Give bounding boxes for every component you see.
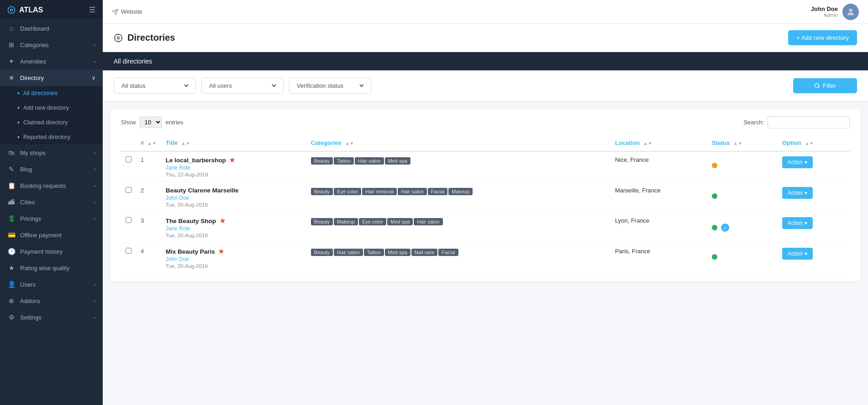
add-new-directory-button[interactable]: + Add new directory (788, 30, 857, 45)
entries-select[interactable]: 10 (140, 117, 162, 128)
action-button[interactable]: Action ▾ (782, 248, 813, 260)
status-filter[interactable]: All status (114, 78, 196, 94)
col-categories[interactable]: Categories ▲▼ (306, 135, 610, 151)
nav-item-settings[interactable]: ⚙ Settings › (0, 309, 103, 325)
action-button[interactable]: Action ▾ (782, 156, 813, 168)
sidebar-item-reported-directory[interactable]: Reported directory (0, 130, 103, 144)
sort-icons[interactable]: ▲▼ (805, 141, 814, 146)
verification-filter[interactable]: Verification status (289, 78, 371, 94)
chevron-right-icon: › (94, 42, 95, 48)
user-text: John Doe Admin (811, 5, 838, 18)
listing-owner: Jane Role (166, 225, 302, 232)
row-action-cell: Action ▾ (778, 182, 850, 213)
directory-icon: ≡ (7, 74, 16, 81)
category-tag: Eye color (334, 188, 361, 195)
nav-item-pricings[interactable]: 💲 Pricings › (0, 210, 103, 227)
status-select[interactable]: All status (120, 82, 190, 90)
chevron-down-icon: ∨ (92, 75, 95, 81)
website-link[interactable]: Website (112, 8, 142, 15)
category-tag: Facial (438, 249, 458, 256)
action-button[interactable]: Action ▾ (782, 217, 813, 229)
verification-select[interactable]: Verification status (295, 82, 365, 90)
listing-date: Tue, 20-Aug-2019 (166, 233, 302, 238)
category-tag: Beauty (311, 188, 333, 195)
table-head: # ▲▼ Title ▲▼ Categories ▲▼ Location (121, 135, 850, 151)
sort-icons[interactable]: ▲▼ (643, 141, 652, 146)
table-row: 3The Beauty Shop ★Jane RoleTue, 20-Aug-2… (121, 213, 850, 243)
table-controls: Show 10 entries Search: (121, 116, 850, 128)
sidebar-item-add-directory[interactable]: Add new directory (0, 101, 103, 115)
row-title-cell: Beauty Clarene MarseilleJohn DoeTue, 20-… (161, 182, 306, 213)
row-categories-cell: BeautyMakeupEye colorMed spaHair salon (306, 213, 610, 243)
sidebar: ATLAS ☰ ⌂ Dashboard ⊞ Categories › ✦ Ame… (0, 0, 103, 405)
row-checkbox[interactable] (126, 187, 132, 193)
nav-item-my-shops[interactable]: 🛍 My shops › (0, 144, 103, 161)
table-body: 1Le local_barbershop ★Jane RoleThu, 22-A… (121, 151, 850, 274)
featured-star-icon: ★ (228, 157, 236, 164)
nav-item-blog[interactable]: ✎ Blog › (0, 161, 103, 177)
action-button[interactable]: Action ▾ (782, 187, 813, 199)
nav-item-offline-payment[interactable]: 💳 Offline payment (0, 227, 103, 243)
sort-icons[interactable]: ▲▼ (733, 141, 742, 146)
row-number: 3 (136, 213, 161, 243)
category-tag: Beauty (311, 249, 333, 256)
row-checkbox[interactable] (126, 156, 132, 162)
filter-section: All status All users Verification status… (103, 70, 868, 101)
category-tag: Med spa (385, 249, 410, 256)
section-title-bar: All directories (103, 52, 868, 70)
sort-icons[interactable]: ▲▼ (345, 141, 354, 146)
nav-item-dashboard[interactable]: ⌂ Dashboard (0, 20, 103, 37)
directories-table: # ▲▼ Title ▲▼ Categories ▲▼ Location (121, 135, 850, 274)
nav-item-payment-history[interactable]: 🕐 Payment history (0, 243, 103, 260)
sidebar-item-claimed-directory[interactable]: Claimed directory (0, 115, 103, 130)
nav-item-categories[interactable]: ⊞ Categories › (0, 37, 103, 53)
sidebar-item-all-directories[interactable]: All directories (0, 86, 103, 101)
location-text: Nice, France (615, 156, 649, 163)
amenities-icon: ✦ (7, 58, 16, 65)
users-select[interactable]: All users (207, 82, 278, 90)
category-tag: Hair salon (334, 249, 363, 256)
status-dot (712, 254, 717, 260)
sort-icons[interactable]: ▲▼ (181, 141, 190, 146)
sort-icons[interactable]: ▲▼ (147, 141, 157, 146)
filter-button[interactable]: Filter (793, 78, 857, 93)
svg-point-1 (11, 9, 13, 11)
col-title[interactable]: Title ▲▼ (161, 135, 306, 151)
listing-owner: John Doe (166, 256, 302, 262)
col-status[interactable]: Status ▲▼ (707, 135, 778, 151)
svg-point-0 (8, 6, 15, 13)
search-label: Search: (743, 119, 764, 126)
search-wrap: Search: (743, 116, 850, 128)
listing-date: Tue, 20-Aug-2019 (166, 202, 302, 208)
col-location[interactable]: Location ▲▼ (610, 135, 707, 151)
row-checkbox[interactable] (126, 217, 132, 223)
hamburger-button[interactable]: ☰ (89, 5, 95, 14)
row-action-cell: Action ▾ (778, 243, 850, 274)
category-tag: Eye color (359, 218, 386, 225)
chevron-right-icon: › (94, 216, 95, 221)
row-status-cell (707, 182, 778, 213)
nav-item-cities[interactable]: 🏙 Cities › (0, 194, 103, 210)
nav-item-users[interactable]: 👤 Users › (0, 276, 103, 293)
nav-item-amenities[interactable]: ✦ Amenities › (0, 53, 103, 69)
directory-submenu: All directories Add new directory Claime… (0, 86, 103, 144)
nav-item-directory[interactable]: ≡ Directory ∨ (0, 69, 103, 86)
blog-icon: ✎ (7, 165, 16, 173)
col-checkbox (121, 135, 136, 151)
category-tag: Hair removal (362, 188, 397, 195)
nav-item-rating-wise-quality[interactable]: ★ Rating wise quality (0, 260, 103, 276)
search-input[interactable] (768, 116, 850, 128)
users-filter[interactable]: All users (201, 78, 284, 94)
svg-line-12 (818, 87, 819, 88)
nav-item-booking-requests[interactable]: 📋 Booking requests › (0, 177, 103, 194)
nav-item-addons[interactable]: ⊕ Addons › (0, 293, 103, 309)
location-text: Marseille, France (615, 187, 661, 194)
category-tag: Facial (428, 188, 447, 195)
col-option[interactable]: Option ▲▼ (778, 135, 850, 151)
category-tag: Tattoo (364, 249, 384, 256)
category-tag: Nail care (411, 249, 437, 256)
table-row: 1Le local_barbershop ★Jane RoleThu, 22-A… (121, 151, 850, 182)
page-header: Directories + Add new directory (103, 24, 868, 52)
row-checkbox[interactable] (126, 248, 132, 254)
offline-payment-icon: 💳 (7, 231, 16, 239)
